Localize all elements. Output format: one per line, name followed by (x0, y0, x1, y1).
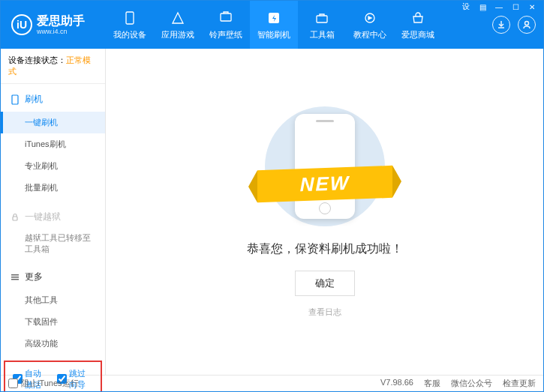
sidebar-flash-header[interactable]: 刷机 (1, 87, 105, 112)
main-nav: 我的设备应用游戏铃声壁纸智能刷机工具箱教程中心爱思商城 (106, 1, 492, 49)
wechat-link[interactable]: 微信公众号 (451, 378, 492, 389)
view-log-link[interactable]: 查看日志 (308, 307, 341, 318)
sidebar-item-download-firmware[interactable]: 下载固件 (1, 311, 105, 333)
sidebar-item-advanced[interactable]: 高级功能 (1, 333, 105, 355)
settings-icon[interactable]: 设 (458, 1, 473, 12)
toolbox-icon (314, 10, 330, 26)
sidebar-more-header[interactable]: 更多 (1, 265, 105, 289)
apps-icon (170, 10, 186, 26)
new-banner: NEW (257, 165, 392, 202)
sidebar: 设备连接状态：正常模式 刷机 一键刷机 iTunes刷机 专业刷机 批量刷机 一… (1, 49, 106, 375)
nav-ringtone[interactable]: 铃声壁纸 (202, 1, 250, 49)
shop-icon (410, 10, 426, 26)
sidebar-jailbreak-header[interactable]: 一键越狱 (1, 205, 105, 229)
check-update-link[interactable]: 检查更新 (503, 378, 536, 389)
svg-rect-7 (13, 217, 17, 220)
svg-rect-10 (11, 279, 19, 280)
success-illustration: NEW (250, 106, 400, 226)
app-url: www.i4.cn (37, 28, 85, 35)
sidebar-item-pro-flash[interactable]: 专业刷机 (1, 155, 105, 177)
window-controls: 设 ▤ — ☐ ✕ (454, 0, 544, 13)
phone-icon (122, 10, 138, 26)
maximize-icon[interactable]: ☐ (508, 1, 523, 12)
sidebar-item-itunes-flash[interactable]: iTunes刷机 (1, 133, 105, 155)
app-name: 爱思助手 (37, 14, 85, 28)
svg-rect-8 (11, 274, 19, 276)
ringtone-icon (218, 10, 234, 26)
svg-rect-1 (221, 13, 231, 21)
logo-icon: iU (11, 14, 32, 35)
nav-flash[interactable]: 智能刷机 (250, 1, 298, 49)
block-itunes-checkbox[interactable]: 阻止iTunes运行 (8, 378, 79, 389)
sidebar-item-batch-flash[interactable]: 批量刷机 (1, 177, 105, 199)
nav-apps[interactable]: 应用游戏 (154, 1, 202, 49)
connection-status: 设备连接状态：正常模式 (1, 49, 105, 84)
pin-icon[interactable]: ▤ (475, 1, 490, 12)
minimize-icon[interactable]: — (491, 1, 506, 12)
sidebar-item-other-tools[interactable]: 其他工具 (1, 289, 105, 311)
phone-icon (10, 94, 20, 105)
nav-shop[interactable]: 爱思商城 (394, 1, 442, 49)
user-icon[interactable] (518, 16, 536, 34)
svg-rect-0 (126, 12, 134, 24)
close-icon[interactable]: ✕ (524, 1, 539, 12)
sidebar-item-oneclick-flash[interactable]: 一键刷机 (1, 112, 105, 133)
main-content: NEW 恭喜您，保资料刷机成功啦！ 确定 查看日志 (106, 49, 543, 375)
tutorial-icon (362, 10, 378, 26)
download-icon[interactable] (492, 16, 510, 34)
nav-tutorial[interactable]: 教程中心 (346, 1, 394, 49)
service-link[interactable]: 客服 (424, 378, 440, 389)
lock-icon (10, 212, 20, 223)
svg-rect-6 (12, 95, 18, 104)
flash-icon (266, 10, 282, 26)
more-icon (10, 271, 20, 282)
svg-point-5 (525, 22, 529, 25)
version-label: V7.98.66 (380, 378, 413, 389)
nav-toolbox[interactable]: 工具箱 (298, 1, 346, 49)
svg-rect-3 (317, 16, 327, 22)
success-message: 恭喜您，保资料刷机成功啦！ (247, 241, 403, 257)
jailbreak-note: 越狱工具已转移至 工具箱 (1, 229, 105, 259)
logo: iU 爱思助手 www.i4.cn (1, 14, 106, 35)
nav-phone[interactable]: 我的设备 (106, 1, 154, 49)
svg-rect-9 (11, 277, 19, 278)
ok-button[interactable]: 确定 (295, 271, 355, 296)
